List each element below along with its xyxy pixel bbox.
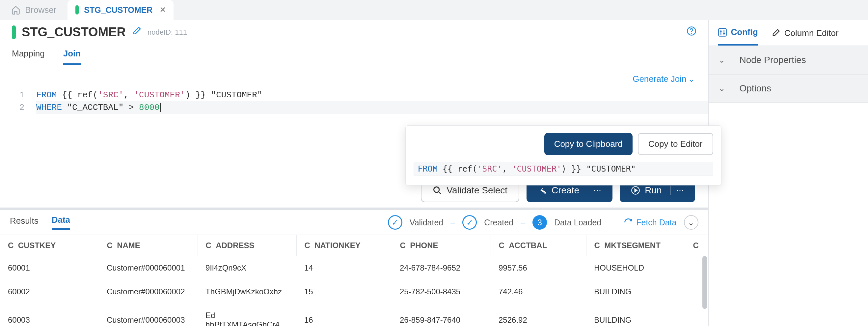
col-header[interactable]: C_	[685, 235, 708, 256]
refresh-icon	[624, 218, 633, 227]
svg-rect-4	[718, 28, 726, 36]
tab-browser[interactable]: Browser	[8, 5, 60, 15]
svg-point-2	[434, 187, 439, 192]
tab-active-label: STG_CUSTOMER	[84, 5, 152, 15]
generate-join-popover: Copy to Clipboard Copy to Editor FROM {{…	[405, 126, 721, 185]
copy-to-clipboard-button[interactable]: Copy to Clipboard	[544, 133, 632, 155]
col-header[interactable]: C_ADDRESS	[197, 235, 297, 256]
sliders-icon	[718, 28, 727, 37]
tab-column-editor[interactable]: Column Editor	[771, 27, 839, 46]
more-icon[interactable]: ⋯	[588, 186, 601, 195]
copy-to-editor-button[interactable]: Copy to Editor	[638, 133, 713, 155]
cursor-icon	[160, 103, 161, 112]
accordion-label: Options	[740, 83, 772, 94]
more-icon[interactable]: ⋯	[671, 186, 684, 195]
node-type-indicator	[12, 25, 16, 39]
col-header[interactable]: C_PHONE	[392, 235, 491, 256]
table-row[interactable]: 60003 Customer#000060003 Ed hhPtTXMTAsgG…	[0, 304, 708, 326]
page-title: STG_CUSTOMER	[22, 25, 126, 39]
tab-column-editor-label: Column Editor	[784, 28, 839, 38]
accordion-node-properties[interactable]: ⌄ Node Properties	[709, 46, 868, 74]
chevron-down-icon: ⌄	[718, 84, 725, 93]
play-icon	[631, 186, 640, 195]
code-line: FROM {{ ref('SRC', 'CUSTOMER') }} "CUSTO…	[36, 89, 708, 101]
generate-join-link[interactable]: Generate Join ⌄	[632, 74, 695, 84]
collapse-button[interactable]: ⌄	[684, 215, 699, 230]
scrollbar[interactable]	[702, 256, 707, 309]
validate-select-label: Validate Select	[446, 185, 507, 196]
col-header[interactable]: C_CUSTKEY	[0, 235, 99, 256]
status-validated: Validated	[410, 218, 443, 227]
pencil-icon[interactable]	[132, 26, 142, 38]
tab-active[interactable]: STG_CUSTOMER ✕	[67, 0, 174, 20]
col-header[interactable]: C_NATIONKEY	[297, 235, 392, 256]
chevron-down-icon: ⌄	[718, 55, 725, 65]
table-row[interactable]: 60001 Customer#000060001 9Ii4zQn9cX 14 2…	[0, 256, 708, 280]
tab-config[interactable]: Config	[718, 27, 758, 46]
tab-browser-label: Browser	[25, 5, 56, 15]
svg-point-1	[691, 33, 692, 34]
tab-join[interactable]: Join	[63, 49, 81, 65]
wrench-icon	[538, 186, 547, 195]
help-icon[interactable]	[687, 26, 696, 38]
fetch-data-label: Fetch Data	[636, 218, 676, 227]
run-label: Run	[645, 185, 661, 196]
check-icon: ✓	[388, 215, 402, 230]
generate-join-label: Generate Join	[632, 74, 686, 84]
chevron-down-icon: ⌄	[688, 74, 695, 84]
create-label: Create	[552, 185, 579, 196]
status-data-loaded: Data Loaded	[554, 218, 601, 227]
tab-config-label: Config	[731, 27, 758, 37]
tab-data[interactable]: Data	[52, 215, 70, 230]
node-id: nodeID: 111	[148, 28, 187, 37]
accordion-options[interactable]: ⌄ Options	[709, 74, 868, 103]
pencil-icon	[771, 28, 780, 37]
status-created: Created	[484, 218, 514, 227]
tab-results[interactable]: Results	[10, 216, 38, 229]
separator-icon: –	[521, 218, 525, 227]
gutter-line: 2	[0, 101, 24, 114]
col-header[interactable]: C_MKTSEGMENT	[586, 235, 685, 256]
sql-editor[interactable]: 1 2 FROM {{ ref('SRC', 'CUSTOMER') }} "C…	[0, 89, 708, 114]
home-icon	[11, 5, 21, 15]
code-line: WHERE "C_ACCTBAL" > 8000	[36, 101, 708, 114]
separator-icon: –	[451, 218, 455, 227]
tab-mapping[interactable]: Mapping	[12, 49, 45, 65]
check-icon: ✓	[462, 215, 477, 230]
fetch-data-link[interactable]: Fetch Data	[624, 218, 676, 227]
search-icon	[433, 186, 442, 195]
col-header[interactable]: C_ACCTBAL	[491, 235, 586, 256]
col-header[interactable]: C_NAME	[99, 235, 197, 256]
data-table: C_CUSTKEY C_NAME C_ADDRESS C_NATIONKEY C…	[0, 235, 708, 326]
step-badge: 3	[532, 215, 547, 230]
accordion-label: Node Properties	[740, 55, 806, 65]
table-row[interactable]: 60002 Customer#000060002 ThGBMjDwKzkoOxh…	[0, 280, 708, 304]
gutter-line: 1	[0, 89, 24, 101]
node-type-indicator	[75, 5, 79, 15]
generated-sql: FROM {{ ref('SRC', 'CUSTOMER') }} "CUSTO…	[413, 162, 713, 176]
close-icon[interactable]: ✕	[160, 6, 166, 14]
chevron-down-double-icon: ⌄	[687, 218, 694, 227]
